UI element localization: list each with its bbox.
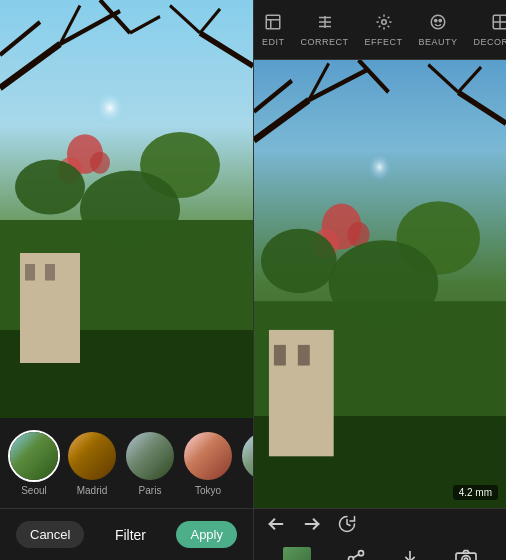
filter-label-seoul: Seoul: [21, 485, 47, 496]
toolbar-item-edit[interactable]: EDIT: [254, 9, 293, 51]
svg-rect-2: [0, 220, 253, 418]
svg-point-29: [381, 19, 386, 24]
svg-rect-46: [254, 301, 506, 508]
svg-point-38: [431, 15, 445, 29]
svg-point-45: [342, 143, 418, 230]
filter-item-madrid[interactable]: Madrid: [66, 430, 118, 496]
svg-point-17: [58, 157, 82, 183]
left-photo: [0, 0, 253, 418]
filter-item-seoul[interactable]: Seoul: [8, 430, 60, 496]
svg-point-21: [80, 171, 180, 248]
filter-item-tokyo[interactable]: Tokyo: [182, 430, 234, 496]
svg-line-51: [254, 100, 309, 140]
svg-rect-4: [20, 253, 80, 363]
svg-line-15: [130, 17, 160, 34]
svg-line-54: [254, 81, 292, 112]
svg-point-64: [329, 240, 439, 327]
svg-point-20: [140, 132, 220, 198]
svg-point-63: [396, 201, 480, 275]
svg-rect-6: [45, 264, 55, 281]
svg-point-40: [439, 19, 441, 21]
toolbar-label-decorate: DECORATE: [474, 37, 506, 47]
filter-label-paris: Paris: [139, 485, 162, 496]
svg-point-60: [313, 229, 339, 259]
filter-item-new[interactable]: Ne...: [240, 430, 253, 496]
filter-thumb-inner-madrid: [68, 432, 116, 480]
beauty-icon: [429, 13, 447, 35]
bottom-toolbar-right: [254, 508, 506, 560]
toolbar-label-effect: EFFECT: [365, 37, 403, 47]
filter-title: Filter: [115, 527, 146, 543]
decorate-icon: [491, 13, 506, 35]
correct-icon: [316, 13, 334, 35]
forward-button[interactable]: [302, 516, 322, 536]
svg-line-58: [359, 60, 389, 92]
filter-thumb-seoul[interactable]: [8, 430, 60, 482]
toolbar-item-decorate[interactable]: DECORATE: [466, 9, 506, 51]
zoom-indicator: 4.2 mm: [453, 485, 498, 500]
right-photo: [254, 60, 506, 508]
svg-point-59: [322, 204, 362, 250]
filter-item-paris[interactable]: Paris: [124, 430, 176, 496]
filter-thumb-inner-paris: [126, 432, 174, 480]
right-panel: EDIT CORRECT: [253, 0, 506, 560]
back-button[interactable]: [266, 516, 286, 536]
filter-thumb-madrid[interactable]: [66, 430, 118, 482]
filter-thumb-inner-new: [242, 432, 253, 480]
share-button[interactable]: [346, 549, 366, 560]
svg-line-57: [458, 67, 481, 92]
svg-point-19: [15, 160, 85, 215]
filter-label-tokyo: Tokyo: [195, 485, 221, 496]
filter-label-madrid: Madrid: [77, 485, 108, 496]
cancel-button[interactable]: Cancel: [16, 521, 84, 548]
svg-line-11: [200, 33, 253, 66]
svg-line-13: [200, 9, 220, 33]
filter-strip: Seoul Madrid Paris Tokyo Ne...: [0, 418, 253, 508]
left-image: [0, 0, 253, 418]
left-panel: Seoul Madrid Paris Tokyo Ne...: [0, 0, 253, 560]
svg-line-71: [353, 554, 359, 557]
svg-rect-5: [25, 264, 35, 281]
svg-line-37: [378, 25, 380, 27]
toolbar-item-beauty[interactable]: BEAUTY: [411, 9, 466, 51]
right-image: 4.2 mm: [254, 60, 506, 508]
svg-rect-44: [254, 60, 506, 508]
svg-line-36: [387, 16, 389, 18]
filter-thumb-inner-seoul: [10, 432, 58, 480]
thumbnail[interactable]: [283, 547, 311, 560]
filter-thumb-new[interactable]: [240, 430, 253, 482]
svg-line-12: [170, 6, 200, 34]
bottom-bar-left: Cancel Filter Apply: [0, 508, 253, 560]
camera-button[interactable]: [455, 549, 477, 560]
svg-line-9: [60, 6, 80, 45]
svg-point-16: [67, 134, 103, 174]
filter-thumb-paris[interactable]: [124, 430, 176, 482]
action-row: [254, 543, 506, 560]
svg-line-52: [309, 69, 369, 100]
history-button[interactable]: [338, 515, 356, 537]
svg-rect-48: [269, 330, 334, 456]
top-toolbar: EDIT CORRECT: [254, 0, 506, 60]
svg-rect-50: [298, 345, 310, 366]
filter-thumb-inner-tokyo: [184, 432, 232, 480]
svg-line-7: [0, 44, 60, 88]
toolbar-item-correct[interactable]: CORRECT: [293, 9, 357, 51]
filter-thumb-tokyo[interactable]: [182, 430, 234, 482]
svg-line-35: [387, 25, 389, 27]
toolbar-item-effect[interactable]: EFFECT: [357, 9, 411, 51]
svg-point-18: [90, 152, 110, 174]
download-button[interactable]: [400, 549, 420, 560]
svg-rect-49: [274, 345, 286, 366]
svg-point-61: [348, 222, 370, 247]
toolbar-label-edit: EDIT: [262, 37, 285, 47]
svg-line-34: [378, 16, 380, 18]
svg-rect-0: [0, 0, 253, 418]
apply-button[interactable]: Apply: [176, 521, 237, 548]
svg-line-56: [428, 65, 458, 93]
svg-line-8: [60, 11, 120, 44]
toolbar-label-beauty: BEAUTY: [419, 37, 458, 47]
nav-row: [254, 509, 506, 543]
svg-rect-22: [267, 15, 281, 29]
svg-rect-3: [0, 330, 253, 418]
svg-point-39: [435, 19, 437, 21]
